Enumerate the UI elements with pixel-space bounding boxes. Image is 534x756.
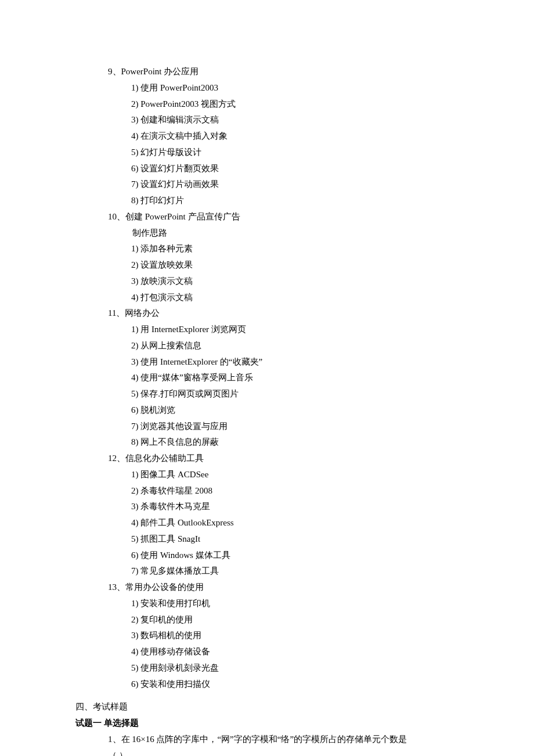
topic-sub-item: 6) 设置幻灯片翻页效果 [131,161,459,177]
topic-sub-item: 1) 使用 PowerPoint2003 [131,80,459,96]
document-page: 9、PowerPoint 办公应用1) 使用 PowerPoint20032) … [0,0,534,756]
topic-heading: 12、信息化办公辅助工具 [108,451,459,467]
topic-sub-item: 5) 使用刻录机刻录光盘 [131,660,459,676]
topic-sub-item: 1) 添加各种元素 [131,241,459,257]
topic-sub-item: 4) 使用移动存储设备 [131,644,459,660]
topic-sub-item: 2) 设置放映效果 [131,257,459,273]
topic-sub-item: 1) 安装和使用打印机 [131,596,459,612]
topic-sub-item: 6) 安装和使用扫描仪 [131,676,459,693]
topic-sub-item: 3) 放映演示文稿 [131,273,459,290]
question-1-line-2: （ ）。 [108,748,459,757]
topic-sub-item: 4) 使用“媒体”窗格享受网上音乐 [131,370,459,386]
topic-prep-line: 制作思路 [132,225,459,242]
topic-sub-item: 6) 脱机浏览 [131,402,459,419]
topics-container: 9、PowerPoint 办公应用1) 使用 PowerPoint20032) … [75,64,459,692]
topic-sub-item: 7) 常见多媒体播放工具 [131,563,459,579]
topic-sub-item: 1) 图像工具 ACDSee [131,467,459,483]
topic-sub-item: 1) 用 InternetExplorer 浏览网页 [131,322,459,338]
topic-sub-item: 7) 浏览器其他设置与应用 [131,419,459,435]
topic-sub-item: 3) 杀毒软件木马克星 [131,499,459,515]
topic-sub-item: 5) 幻灯片母版设计 [131,145,459,161]
topic-sub-item: 3) 使用 InternetExplorer 的“收藏夹” [131,354,459,370]
topic-sub-item: 2) 复印机的使用 [131,612,459,628]
topic-sub-item: 5) 抓图工具 SnagIt [131,531,459,548]
question-1-line-1: 1、在 16×16 点阵的字库中，“网”字的字模和“络”的字模所占的存储单元个数… [108,732,459,748]
topic-sub-item: 2) 从网上搜索信息 [131,338,459,354]
topic-sub-item: 6) 使用 Windows 媒体工具 [131,548,459,564]
topic-heading: 13、常用办公设备的使用 [108,579,459,596]
topic-sub-item: 2) PowerPoint2003 视图方式 [131,96,459,113]
topic-sub-item: 4) 打包演示文稿 [131,290,459,306]
topic-sub-item: 2) 杀毒软件瑞星 2008 [131,483,459,499]
topic-sub-item: 3) 数码相机的使用 [131,628,459,644]
topic-sub-item: 8) 打印幻灯片 [131,193,459,209]
topic-sub-item: 4) 在演示文稿中插入对象 [131,128,459,145]
topic-sub-item: 4) 邮件工具 OutlookExpress [131,515,459,531]
section-4-heading: 四、考试样题 [75,699,459,715]
topic-heading: 10、创建 PowerPoint 产品宣传广告 [108,209,459,225]
topic-sub-item: 8) 网上不良信息的屏蔽 [131,434,459,451]
topic-heading: 11、网络办公 [108,305,459,322]
topic-sub-item: 3) 创建和编辑演示文稿 [131,112,459,128]
question-set-header: 试题一 单选择题 [75,715,459,732]
topic-sub-item: 5) 保存.打印网页或网页图片 [131,386,459,402]
topic-sub-item: 7) 设置幻灯片动画效果 [131,177,459,193]
topic-heading: 9、PowerPoint 办公应用 [108,64,459,80]
